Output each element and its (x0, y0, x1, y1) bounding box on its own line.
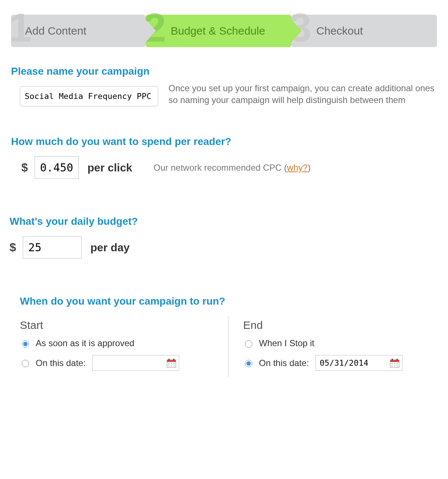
start-title: Start (20, 319, 213, 331)
end-date-input[interactable] (316, 355, 402, 371)
start-option-date[interactable]: On this date: (20, 355, 213, 371)
start-option-approved-label: As soon as it is approved (36, 338, 134, 348)
cpc-currency: $ (21, 161, 28, 174)
step-label: Budget & Schedule (171, 25, 265, 37)
step-budget-schedule[interactable]: 2 Budget & Schedule (146, 15, 291, 47)
step-label: Checkout (316, 25, 363, 37)
schedule-start-col: Start As soon as it is approved On this … (20, 316, 228, 377)
end-title: End (243, 319, 437, 331)
budget-currency: $ (10, 241, 16, 254)
start-option-approved[interactable]: As soon as it is approved (20, 338, 213, 348)
start-radio-date[interactable] (22, 360, 29, 367)
schedule-heading: When do you want your campaign to run? (20, 295, 437, 307)
schedule-end-col: End When I Stop it On this date: (228, 316, 437, 377)
end-radio-date[interactable] (245, 360, 252, 367)
end-option-stop[interactable]: When I Stop it (243, 338, 437, 348)
end-option-stop-label: When I Stop it (259, 338, 314, 348)
campaign-name-help: Once you set up your first campaign, you… (168, 82, 437, 106)
end-option-date[interactable]: On this date: (243, 355, 437, 371)
progress-stepper: 1 Add Content 2 Budget & Schedule 3 Chec… (11, 15, 437, 47)
cpc-why-link[interactable]: why? (287, 163, 307, 173)
cpc-hint-suffix: ) (307, 163, 310, 173)
step-label: Add Content (25, 25, 86, 37)
start-date-input[interactable] (92, 355, 179, 371)
step-checkout[interactable]: 3 Checkout (291, 15, 437, 47)
budget-input[interactable] (23, 236, 82, 259)
end-radio-stop[interactable] (245, 340, 252, 348)
cpc-heading: How much do you want to spend per reader… (11, 136, 437, 148)
cpc-hint: Our network recommended CPC (why?) (154, 163, 311, 173)
step-add-content[interactable]: 1 Add Content (11, 15, 146, 47)
start-radio-approved[interactable] (22, 340, 29, 348)
start-option-date-label: On this date: (36, 358, 86, 368)
budget-unit: per day (90, 241, 130, 254)
campaign-name-input[interactable] (20, 86, 158, 106)
cpc-hint-prefix: Our network recommended CPC ( (154, 163, 287, 173)
cpc-input[interactable] (35, 156, 79, 179)
end-option-date-label: On this date: (259, 358, 309, 368)
budget-heading: What's your daily budget? (10, 216, 437, 227)
campaign-name-heading: Please name your campaign (11, 65, 437, 77)
cpc-unit: per click (88, 162, 132, 174)
